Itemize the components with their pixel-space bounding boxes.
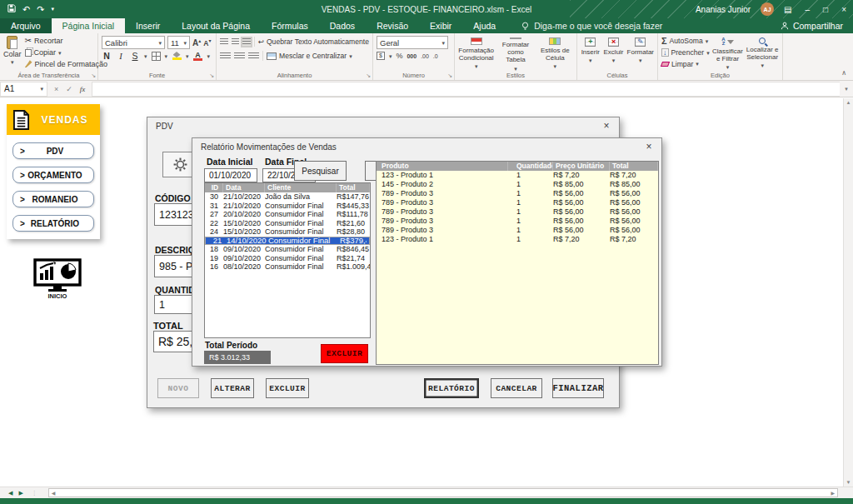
worksheet[interactable]: VENDAS > PDV > ORÇAMENTO > ROMANEIO > RE… [0,98,843,487]
paste-button[interactable]: Colar ▾ [3,36,22,69]
scroll-left-icon[interactable]: ◀ [52,490,56,496]
scroll-up-icon[interactable]: ▲ [846,100,851,105]
tab-exibir[interactable]: Exibir [419,18,462,33]
tab-dados[interactable]: Dados [319,18,366,33]
number-format-select[interactable]: Geral ▾ [377,36,448,49]
collapse-ribbon-icon[interactable]: ∧ [841,69,846,77]
underline-button[interactable]: S [130,51,140,61]
fill-button[interactable]: ↓ Preencher ▾ [661,47,710,58]
horizontal-scrollbar[interactable]: ◀ ▶ [48,488,838,497]
customize-qat-icon[interactable]: ▾ [51,6,54,12]
table-row[interactable]: 2215/10/2020Consumidor FinalR$21,60 [205,219,370,228]
dialog-launcher-icon[interactable]: ↘ [366,72,371,79]
align-middle-icon[interactable] [232,38,240,46]
conditional-formatting-button[interactable]: Formatação Condicional ▾ [458,36,494,69]
dialog-launcher-icon[interactable]: ↘ [91,72,96,79]
clear-button[interactable]: Limpar ▾ [661,58,710,69]
avatar[interactable]: AJ [761,2,774,16]
tab-layout-da-pagina[interactable]: Layout da Página [171,18,261,33]
inicio-button[interactable]: INICIO [28,258,87,300]
table-row[interactable]: 789 - Produto 31R$ 56,00R$ 56,00 [377,189,658,198]
italic-button[interactable]: I [116,52,126,61]
sidebar-item-orcamento[interactable]: > ORÇAMENTO [12,167,94,183]
table-row[interactable]: 2415/10/2020Consumidor FinalR$28,80 [205,227,370,237]
sheet-tab-splitter[interactable]: ⋮ [32,490,38,497]
alterar-button[interactable]: ALTERAR [211,378,254,398]
grow-font-button[interactable]: A▴ [192,37,201,47]
table-row[interactable]: 2720/10/2020Consumidor FinalR$111,78 [205,210,370,219]
font-size-select[interactable]: 11 ▾ [167,36,190,49]
tab-ajuda[interactable]: Ajuda [462,18,506,33]
undo-icon[interactable]: ↶ [22,4,30,15]
font-color-icon[interactable]: ▴A [193,52,203,61]
align-top-icon[interactable] [220,38,228,46]
merge-center-button[interactable]: Mesclar e Centralizar ▾ [267,52,352,60]
align-bottom-icon[interactable] [242,38,251,46]
relatorio-button[interactable]: RELATÓRIO [424,378,479,398]
format-as-table-button[interactable]: Formatar como Tabela ▾ [497,36,533,69]
minimize-icon[interactable]: – [806,5,811,14]
increase-decimal-icon[interactable]: .00 [421,53,429,59]
tab-revisao[interactable]: Revisão [366,18,419,33]
table-row[interactable]: 789 - Produto 31R$ 56,00R$ 56,00 [377,226,658,235]
finalizar-button[interactable]: FINALIZAR [552,378,604,398]
align-left-icon[interactable] [220,52,231,60]
close-icon[interactable]: × [643,141,655,152]
dialog-launcher-icon[interactable]: ↘ [447,72,452,79]
table-row[interactable]: 2114/10/2020Consumidor FinalR$379,40 [205,237,370,246]
sidebar-item-romaneio[interactable]: > ROMANEIO [12,191,94,207]
next-sheet-icon[interactable]: ▶ [18,490,22,497]
insert-cells-button[interactable]: + Inserir ▾ [581,36,601,69]
novo-button[interactable]: NOVO [157,378,199,398]
products-list[interactable]: Produto Quantidade Preço Unitário Total … [376,161,659,365]
maximize-icon[interactable]: □ [823,5,828,14]
format-cells-button[interactable]: ✎ Formatar ▾ [627,36,654,69]
accounting-format-icon[interactable]: $ [377,52,385,60]
table-row[interactable]: 1909/10/2020Consumidor FinalR$21,74 [205,254,370,263]
shrink-font-button[interactable]: A▾ [203,37,211,47]
insert-function-icon[interactable]: fx [80,85,86,93]
share-button[interactable]: Compartilhar [781,18,843,33]
cancel-entry-icon[interactable]: × [54,85,58,93]
font-family-select[interactable]: Calibri ▾ [102,36,165,49]
percent-style-icon[interactable]: % [396,52,402,60]
bold-button[interactable]: N [102,51,112,61]
ribbon-display-options-icon[interactable]: ▤ [784,5,791,14]
table-row[interactable]: 789 - Produto 31R$ 56,00R$ 56,00 [377,198,658,207]
wrap-text-button[interactable]: ↩ Quebrar Texto Automaticamente [258,37,369,46]
formula-input[interactable] [92,82,840,97]
table-row[interactable]: 789 - Produto 31R$ 56,00R$ 56,00 [377,207,658,217]
dialog-launcher-icon[interactable]: ↘ [209,72,214,79]
table-row[interactable]: 3021/10/2020João da SilvaR$147,76 [205,192,370,202]
tab-inserir[interactable]: Inserir [125,18,171,33]
tab-pagina-inicial[interactable]: Página Inicial [52,18,125,33]
redo-icon[interactable]: ↷ [37,4,44,15]
table-row[interactable]: 123 - Produto 11R$ 7,20R$ 7,20 [377,235,658,244]
data-inicial-input[interactable] [204,168,257,182]
delete-cells-button[interactable]: × Excluir ▾ [604,36,624,69]
decrease-decimal-icon[interactable]: .0 [433,53,438,59]
fill-color-icon[interactable] [172,52,182,60]
pesquisar-button[interactable]: Pesquisar [294,161,347,181]
table-row[interactable]: 145 - Produto 21R$ 85,00R$ 85,00 [377,180,658,189]
find-select-button[interactable]: Localizar e Selecionar ▾ [746,36,779,69]
table-row[interactable]: 123 - Produto 11R$ 7,20R$ 7,20 [377,171,658,180]
align-right-icon[interactable] [248,52,259,60]
table-row[interactable]: 789 - Produto 31R$ 56,00R$ 56,00 [377,217,658,226]
table-row[interactable]: 3121/10/2020Consumidor FinalR$445,33 [205,202,370,211]
tab-formulas[interactable]: Fórmulas [261,18,319,33]
copy-button[interactable]: Copiar ▾ [25,47,108,58]
user-name[interactable]: Ananias Junior [696,5,751,14]
sales-list[interactable]: ID Data Cliente Total 3021/10/2020João d… [204,182,371,338]
vertical-scrollbar[interactable]: ▲ ▼ [843,98,853,487]
confirm-entry-icon[interactable]: ✓ [66,85,72,93]
tab-arquivo[interactable]: Arquivo [0,18,52,33]
excluir-venda-button[interactable]: EXCLUIR [321,344,368,363]
name-box[interactable]: A1 ▾ [0,82,47,97]
cancelar-button[interactable]: CANCELAR [491,378,542,398]
cut-button[interactable]: ✂ Recortar [25,36,108,47]
close-icon[interactable]: × [601,120,612,132]
comma-style-icon[interactable]: 000 [407,53,417,59]
sidebar-item-pdv[interactable]: > PDV [12,142,94,159]
sort-filter-button[interactable]: AZ Classificar e Filtrar ▾ [711,36,745,69]
